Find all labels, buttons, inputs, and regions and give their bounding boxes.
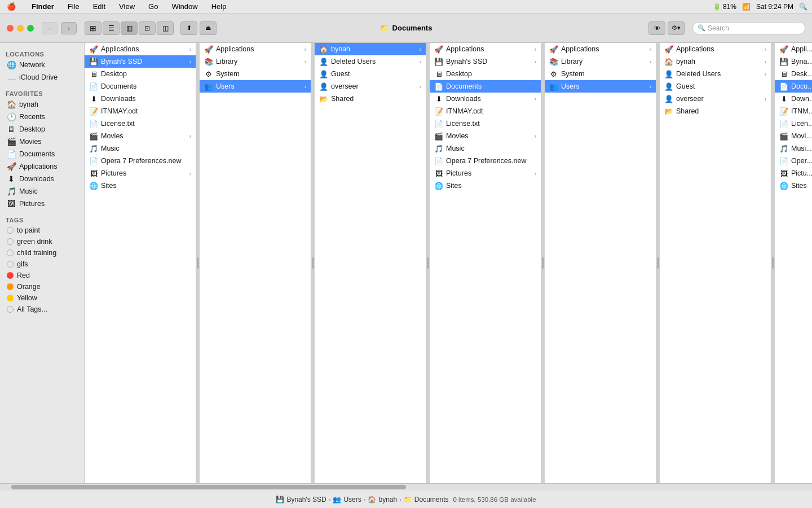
coverflow-view-button[interactable]: ◫ xyxy=(157,21,174,35)
sidebar-item-desktop[interactable]: 🖥 Desktop xyxy=(1,123,83,135)
file-item[interactable]: ⚙System xyxy=(545,68,656,80)
apple-menu[interactable]: 🍎 xyxy=(5,2,18,11)
file-item[interactable]: 🖼Pictures› xyxy=(430,167,541,179)
file-item[interactable]: 📄Documents xyxy=(85,80,196,93)
preview-button[interactable]: 👁 xyxy=(648,21,665,35)
scroll-track[interactable] xyxy=(0,484,812,491)
file-item[interactable]: 📝ITNMAY.odt xyxy=(85,105,196,117)
back-button[interactable]: ‹ xyxy=(42,22,58,34)
file-item[interactable]: 📄Opera 7 Preferences.new xyxy=(85,155,196,167)
file-item[interactable]: 🖥Desktop xyxy=(85,68,196,80)
file-item[interactable]: 🎬Movies› xyxy=(430,130,541,142)
list-view-button[interactable]: ☰ xyxy=(103,21,120,35)
minimize-button[interactable] xyxy=(17,25,24,32)
file-item[interactable]: 📄Licen... xyxy=(775,117,812,130)
share-button[interactable]: ⬆ xyxy=(180,21,197,35)
file-item[interactable]: 🚀Appli...› xyxy=(775,43,812,55)
file-item[interactable]: 📄License.txt xyxy=(85,117,196,130)
breadcrumb-item-documents[interactable]: 📁 Documents xyxy=(404,496,449,503)
file-item[interactable]: 🌐Sites xyxy=(775,179,812,192)
file-item[interactable]: ⬇Downloads› xyxy=(430,93,541,105)
file-item[interactable]: 👤Deleted Users› xyxy=(660,68,771,80)
forward-button[interactable]: › xyxy=(61,22,77,34)
scroll-thumb[interactable] xyxy=(11,485,406,489)
file-item[interactable]: 📄Oper... xyxy=(775,155,812,167)
menu-finder[interactable]: Finder xyxy=(29,2,56,11)
file-item[interactable]: 🖥Desk... xyxy=(775,68,812,80)
file-item[interactable]: 🎵Music xyxy=(430,142,541,155)
file-item[interactable]: 🏠bynah› xyxy=(315,43,426,55)
file-item[interactable]: 🚀Applications› xyxy=(660,43,771,55)
file-item[interactable]: 📝ITNMAY.odt xyxy=(430,105,541,117)
sidebar-item-recents[interactable]: 🕐 Recents xyxy=(1,111,83,123)
sidebar-item-tag-topaint[interactable]: to paint xyxy=(1,225,83,236)
file-item[interactable]: 🖥Desktop xyxy=(430,68,541,80)
sidebar-item-music[interactable]: 🎵 Music xyxy=(1,185,83,198)
sidebar-item-network[interactable]: 🌐 Network xyxy=(1,59,83,71)
file-item[interactable]: 📝ITNM... xyxy=(775,105,812,117)
file-item[interactable]: 👥Users› xyxy=(545,80,656,93)
settings-button[interactable]: ⚙▾ xyxy=(668,21,685,35)
menu-file[interactable]: File xyxy=(65,2,82,11)
file-item[interactable]: 👤Guest xyxy=(660,80,771,93)
maximize-button[interactable] xyxy=(27,25,34,32)
close-button[interactable] xyxy=(7,25,14,32)
file-item[interactable]: 🎬Movies› xyxy=(85,130,196,142)
menu-edit[interactable]: Edit xyxy=(91,2,108,11)
sidebar-item-tag-childtraining[interactable]: child training xyxy=(1,247,83,259)
sidebar-item-tag-greendrink[interactable]: green drink xyxy=(1,236,83,247)
file-item[interactable]: 👤Deleted Users› xyxy=(315,55,426,68)
sidebar-item-downloads[interactable]: ⬇ Downloads xyxy=(1,173,83,185)
eject-button[interactable]: ⏏ xyxy=(200,21,217,35)
file-item[interactable]: 🎵Musi... xyxy=(775,142,812,155)
file-item[interactable]: 💾Byna...› xyxy=(775,55,812,68)
sidebar-item-tag-yellow[interactable]: Yellow xyxy=(1,292,83,304)
file-item[interactable]: 👤overseer› xyxy=(315,80,426,93)
breadcrumb-item-bynah[interactable]: 🏠 bynah xyxy=(368,496,397,503)
sidebar-item-documents[interactable]: 📄 Documents xyxy=(1,148,83,160)
search-bar[interactable]: 🔍 Search xyxy=(692,22,805,34)
sidebar-item-tag-red[interactable]: Red xyxy=(1,270,83,281)
file-item[interactable]: 🖼Pictures› xyxy=(85,167,196,179)
file-item[interactable]: 📚Library› xyxy=(545,55,656,68)
sidebar-item-all-tags[interactable]: All Tags... xyxy=(1,304,83,315)
sidebar-item-icloud[interactable]: ☁️ iCloud Drive xyxy=(1,71,83,84)
file-item[interactable]: 🌐Sites xyxy=(430,179,541,192)
icon-view-button[interactable]: ⊞ xyxy=(85,21,102,35)
sidebar-item-pictures[interactable]: 🖼 Pictures xyxy=(1,198,83,210)
sidebar-item-applications[interactable]: 🚀 Applications xyxy=(1,160,83,173)
file-item[interactable]: 🚀Applications› xyxy=(430,43,541,55)
file-item[interactable]: 🖼Pictu...› xyxy=(775,167,812,179)
file-item[interactable]: ⬇Downloads xyxy=(85,93,196,105)
menu-help[interactable]: Help xyxy=(209,2,229,11)
column-view-button[interactable]: ▥ xyxy=(121,21,138,35)
file-item[interactable]: 👥Users› xyxy=(200,80,311,93)
file-item[interactable]: 📄Opera 7 Preferences.new xyxy=(430,155,541,167)
file-item[interactable]: 🎵Music xyxy=(85,142,196,155)
file-item[interactable]: 📂Shared xyxy=(315,93,426,105)
menu-view[interactable]: View xyxy=(117,2,137,11)
file-item[interactable]: 🌐Sites xyxy=(85,179,196,192)
file-item[interactable]: 💾Bynah's SSD› xyxy=(430,55,541,68)
file-item[interactable]: 📚Library› xyxy=(200,55,311,68)
file-item[interactable]: 🚀Applications› xyxy=(200,43,311,55)
gallery-view-button[interactable]: ⊡ xyxy=(139,21,156,35)
sidebar-item-movies[interactable]: 🎬 Movies xyxy=(1,135,83,148)
menu-window[interactable]: Window xyxy=(169,2,200,11)
sidebar-item-tag-orange[interactable]: Orange xyxy=(1,281,83,292)
file-item[interactable]: 🚀Applications› xyxy=(545,43,656,55)
sidebar-item-tag-gifs[interactable]: gifs xyxy=(1,259,83,270)
breadcrumb-item-users[interactable]: 👥 Users xyxy=(333,496,361,503)
file-item[interactable]: 🚀Applications› xyxy=(85,43,196,55)
file-item[interactable]: 👤overseer› xyxy=(660,93,771,105)
file-item[interactable]: 🏠bynah› xyxy=(660,55,771,68)
file-item[interactable]: 📄Documents xyxy=(430,80,541,93)
file-item[interactable]: ⬇Down... xyxy=(775,93,812,105)
file-item[interactable]: 💾Bynah's SSD› xyxy=(85,55,196,68)
file-item[interactable]: 📂Shared xyxy=(660,105,771,117)
file-item[interactable]: 📄Docu... xyxy=(775,80,812,93)
file-item[interactable]: 🎬Movi...› xyxy=(775,130,812,142)
file-item[interactable]: 📄License.txt xyxy=(430,117,541,130)
sidebar-item-bynah[interactable]: 🏠 bynah xyxy=(1,98,83,111)
search-icon[interactable]: 🔍 xyxy=(799,3,807,11)
